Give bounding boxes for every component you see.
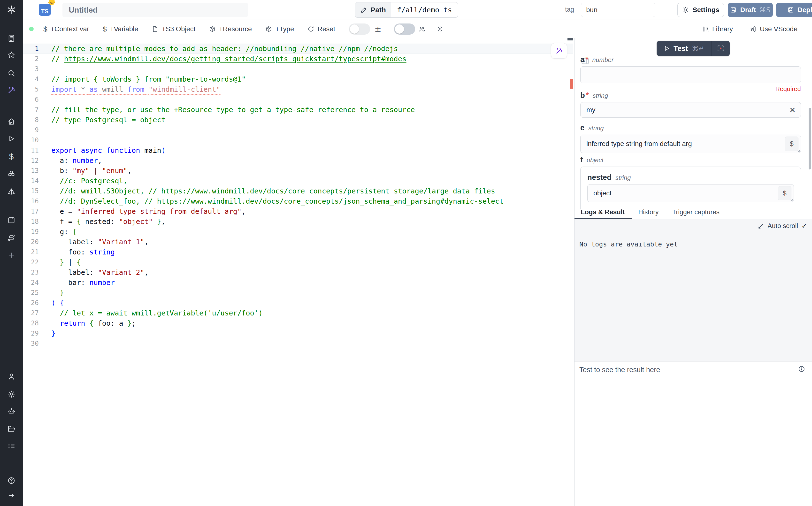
expand-icon[interactable] <box>758 223 764 229</box>
library-label: Library <box>712 25 733 33</box>
code-line[interactable]: 2// https://www.windmill.dev/docs/gettin… <box>23 54 573 64</box>
form-scrollbar-thumb[interactable] <box>809 108 811 169</box>
reset-label: Reset <box>318 25 335 33</box>
field-f-name: f <box>580 155 583 164</box>
field-e-input[interactable] <box>580 135 801 153</box>
settings-button[interactable]: Settings <box>678 3 724 17</box>
draft-button[interactable]: Draft ⌘S <box>728 3 773 17</box>
deploy-button[interactable]: Deploy <box>776 3 812 17</box>
code-line[interactable]: 5import * as wmill from "windmill-client… <box>23 84 573 94</box>
code-line[interactable]: 3 <box>23 64 573 74</box>
clear-icon[interactable]: ✕ <box>790 106 796 114</box>
runs-play-icon[interactable] <box>6 134 17 144</box>
required-mark: * <box>586 91 589 100</box>
settings-gear-icon[interactable] <box>6 389 17 400</box>
editor-scrollbar-thumb[interactable] <box>567 38 573 40</box>
user-icon[interactable] <box>6 371 17 382</box>
script-title-input[interactable] <box>63 3 248 17</box>
field-e-name: e <box>580 123 584 132</box>
code-line[interactable]: 7// fill the type, or use the +Resource … <box>23 105 573 115</box>
ai-wand-icon[interactable] <box>6 85 17 95</box>
field-nested-input[interactable] <box>587 184 794 202</box>
add-s3-object-button[interactable]: +S3 Object <box>152 25 195 33</box>
code-line[interactable]: 20 label: "Variant 1", <box>23 237 573 247</box>
home-icon[interactable] <box>6 116 17 127</box>
tag-input[interactable] <box>581 3 655 17</box>
code-line[interactable]: 21 foo: string <box>23 247 573 257</box>
path-pill[interactable]: Path f/all/demo_ts <box>355 2 458 18</box>
code-line[interactable]: 11export async function main( <box>23 145 573 155</box>
code-line[interactable]: 16 //d: DynSelect_foo, // https://www.wi… <box>23 196 573 206</box>
tab-trigger-captures[interactable]: Trigger captures <box>665 208 727 219</box>
code-line[interactable]: 25 } <box>23 287 573 298</box>
audit-list-icon[interactable] <box>6 441 17 451</box>
reset-button[interactable]: Reset <box>307 25 335 33</box>
code-line[interactable]: 1// there are multiple modes to add as h… <box>23 44 573 54</box>
resize-handle[interactable] <box>790 198 793 202</box>
search-icon[interactable] <box>6 68 17 78</box>
resize-handle[interactable] <box>797 149 800 153</box>
code-line[interactable]: 9 <box>23 125 573 135</box>
workspace-icon[interactable] <box>6 33 17 44</box>
tab-logs-result[interactable]: Logs & Result <box>574 208 632 219</box>
code-editor[interactable]: 1// there are multiple modes to add as h… <box>23 38 573 506</box>
code-line[interactable]: 14 //c: Postgresql, <box>23 176 573 186</box>
code-line[interactable]: 12 a: number, <box>23 155 573 166</box>
test-label: Test <box>673 44 688 53</box>
pencil-icon <box>360 7 367 13</box>
windmill-logo-icon[interactable] <box>6 4 17 15</box>
add-type-button[interactable]: +Type <box>265 25 294 33</box>
code-line[interactable]: 15 //d: wmill.S3Object, // https://www.w… <box>23 186 573 196</box>
diff-toggle[interactable] <box>349 23 370 34</box>
test-button-group: Test ⌘↵ <box>656 41 730 56</box>
add-plus-icon[interactable] <box>6 250 17 260</box>
multiplayer-toggle[interactable] <box>394 23 415 34</box>
code-line[interactable]: 28 return { foo: a }; <box>23 318 573 328</box>
capture-run-button[interactable] <box>712 41 730 56</box>
field-a-input[interactable] <box>580 66 801 83</box>
vscode-label: Use VScode <box>760 25 798 33</box>
use-vscode-button[interactable]: Use VScode <box>750 25 798 33</box>
code-line[interactable]: 24 bar: number <box>23 277 573 287</box>
code-line[interactable]: 8// type Postgresql = object <box>23 115 573 125</box>
code-line[interactable]: 4// import { toWords } from "number-to-w… <box>23 74 573 84</box>
code-line[interactable]: 6 <box>23 94 573 105</box>
collapse-arrow-icon[interactable] <box>6 490 17 501</box>
auto-scroll-control[interactable]: Auto scroll ✓ <box>758 222 807 230</box>
add-variable-button[interactable]: $ +Variable <box>103 25 138 33</box>
code-line[interactable]: 22 } | { <box>23 257 573 267</box>
favorites-star-icon[interactable] <box>6 50 17 60</box>
add-resource-button[interactable]: +Resource <box>209 25 252 33</box>
code-line[interactable]: 29} <box>23 328 573 338</box>
help-icon[interactable] <box>6 475 17 486</box>
code-line[interactable]: 30 <box>23 338 573 349</box>
code-line[interactable]: 18 f = { nested: "object" }, <box>23 217 573 227</box>
ai-assistant-button[interactable] <box>551 43 567 59</box>
code-line[interactable]: 13 b: "my" | "enum", <box>23 166 573 176</box>
code-line[interactable]: 19 g: { <box>23 227 573 237</box>
variables-dollar-icon[interactable]: $ <box>6 151 17 162</box>
tab-history[interactable]: History <box>632 208 665 219</box>
library-button[interactable]: Library <box>702 25 733 33</box>
typescript-badge: TS <box>39 4 51 16</box>
editor-settings-gear-icon[interactable] <box>437 25 444 33</box>
workers-robot-icon[interactable] <box>6 406 17 416</box>
code-line[interactable]: 23 label: "Variant 2", <box>23 267 573 277</box>
code-line[interactable]: 10 <box>23 135 573 145</box>
add-context-var-button[interactable]: $ +Context var <box>43 25 89 33</box>
schedules-prism-icon[interactable] <box>6 186 17 197</box>
code-line[interactable]: 26) { <box>23 298 573 308</box>
status-dot <box>29 27 34 31</box>
code-line[interactable]: 27 // let x = await wmill.getVariable('u… <box>23 308 573 318</box>
result-panel: Test to see the result here <box>574 361 812 506</box>
code-line[interactable]: 17 e = "inferred type string from defaul… <box>23 206 573 217</box>
field-a: a * number Required <box>580 55 801 93</box>
field-a-type: number <box>592 56 614 64</box>
folders-icon[interactable] <box>6 423 17 434</box>
routes-icon[interactable] <box>6 233 17 243</box>
schedule-calendar-icon[interactable] <box>6 215 17 226</box>
resources-boxes-icon[interactable] <box>6 169 17 179</box>
test-button[interactable]: Test ⌘↵ <box>656 41 711 56</box>
field-b-input[interactable] <box>580 102 801 118</box>
info-icon[interactable] <box>798 365 805 372</box>
